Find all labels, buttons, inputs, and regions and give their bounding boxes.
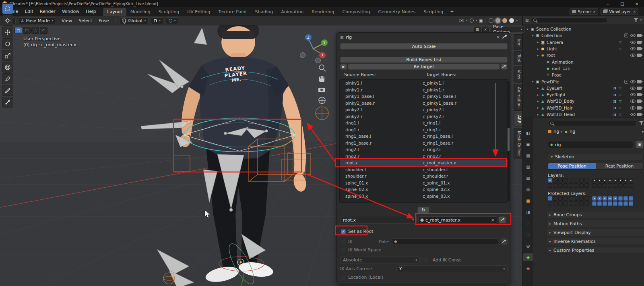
menu-window[interactable]: Window — [59, 8, 83, 15]
overlays-icon[interactable] — [470, 19, 474, 23]
hide-viewport-eye-icon[interactable] — [630, 87, 636, 90]
select-mode-box[interactable]: ⬚ — [23, 27, 31, 34]
protected-layer-cell[interactable] — [553, 201, 557, 206]
workspace-tab-rendering[interactable]: Rendering — [308, 8, 338, 16]
bone-map-row[interactable]: pinky1_base.rc_pinky1_base.r — [340, 100, 508, 107]
build-bones-list-button[interactable]: Build Bones List — [340, 57, 508, 63]
outliner-search-input[interactable] — [531, 17, 607, 23]
close-overlay-icon[interactable]: × — [482, 27, 489, 33]
protected-layer-cell[interactable] — [569, 196, 573, 201]
location-local-checkbox[interactable] — [341, 275, 346, 280]
bone-map-row[interactable]: pinky2.rc_pinky2.r — [340, 113, 508, 120]
refresh-mapping-button[interactable]: ↻ — [417, 207, 429, 213]
expander-icon[interactable]: ▸ — [536, 99, 540, 103]
viewport-menu-pose[interactable]: Pose — [95, 17, 112, 24]
bone-tool[interactable] — [2, 97, 13, 108]
properties-filter-icon[interactable] — [639, 121, 644, 125]
clear-target-icon[interactable]: × — [491, 218, 495, 223]
protected-layer-cell[interactable] — [629, 201, 633, 206]
outliner-row-wolf3d_body[interactable]: ▸▲Wolf3D_Body◨▽ — [523, 98, 644, 104]
proportional-edit-dropdown[interactable]: ▾ — [166, 17, 179, 24]
outliner-row-light[interactable]: ▸●Light▽ — [523, 46, 644, 52]
bone-map-row[interactable]: shoulder.lc_shoulder.l — [340, 166, 508, 173]
bone-map-row[interactable]: ring1_base.lc_ring1_base.l — [340, 133, 508, 140]
rotate-tool[interactable] — [2, 38, 13, 49]
menu-edit[interactable]: Edit — [21, 8, 36, 15]
protected-layer-cell[interactable] — [597, 196, 602, 201]
protected-layer-cell[interactable] — [623, 196, 628, 201]
layer-cell[interactable] — [564, 183, 568, 188]
select-mode-lasso[interactable]: ◠ — [40, 27, 47, 34]
expander-icon[interactable]: ▸ — [536, 106, 540, 110]
disable-render-camera-icon[interactable] — [637, 34, 642, 37]
disable-render-camera-icon[interactable] — [637, 54, 642, 57]
move-tool[interactable] — [2, 27, 13, 37]
section-inverse-kinematics[interactable]: ▸Inverse Kinematics — [546, 238, 644, 245]
sidebar-tab-item[interactable]: Item — [514, 34, 522, 50]
layer-cell[interactable] — [613, 183, 617, 188]
protected-layer-cell[interactable] — [592, 201, 597, 206]
tab-particles-icon[interactable]: ∴ — [523, 220, 533, 227]
expander-icon[interactable]: ▸ — [536, 54, 540, 57]
breadcrumb-object[interactable]: rig — [553, 129, 559, 134]
hide-viewport-eye-icon[interactable] — [630, 47, 636, 50]
workspace-tab-texture-paint[interactable]: Texture Paint — [215, 8, 251, 16]
outliner-row-scene-collection[interactable]: ▾▣Scene Collection — [523, 26, 644, 32]
annotate-tool[interactable] — [2, 73, 13, 84]
sidebar-tab-mesh-online[interactable]: Mesh Online — [514, 128, 522, 159]
scale-tool[interactable] — [2, 50, 13, 61]
layer-cell[interactable] — [592, 183, 597, 188]
tab-scene-icon[interactable]: ▦ — [523, 174, 533, 182]
workspace-tab-animation[interactable]: Animation — [277, 8, 308, 16]
tab-world-icon[interactable]: ◍ — [523, 186, 533, 193]
panel-eyedropper-icon[interactable] — [502, 35, 507, 39]
protected-layer-cell[interactable] — [569, 201, 573, 206]
hide-viewport-eye-icon[interactable] — [630, 54, 636, 57]
layer-cell[interactable] — [548, 178, 552, 182]
grid-toggle-icon[interactable]: ▦ — [474, 27, 481, 33]
fake-user-button[interactable]: ▣ — [636, 141, 644, 148]
section-custom-properties[interactable]: ▸Custom Properties — [546, 247, 644, 254]
layer-cell[interactable] — [569, 183, 573, 188]
protected-layer-cell[interactable] — [579, 196, 584, 201]
pose-options-dropdown[interactable]: Pose Options ▾ — [490, 26, 525, 33]
outliner-row-root[interactable]: ▸◆root — [523, 52, 644, 58]
hide-viewport-eye-icon[interactable] — [630, 34, 636, 37]
layer-cell[interactable] — [579, 183, 584, 188]
protected-layer-cell[interactable] — [618, 196, 623, 201]
target-bone-field[interactable]: c_root_master.x × — [418, 216, 497, 224]
bone-map-row[interactable]: pinky1.rc_pinky1.r — [340, 87, 508, 93]
viewport-menu-select[interactable]: Select — [75, 17, 95, 24]
viewport-menu-view[interactable]: View — [58, 17, 75, 24]
layer-cell[interactable] — [597, 178, 602, 182]
viewlayer-close-icon[interactable]: × — [633, 10, 636, 14]
layer-cell[interactable] — [597, 183, 602, 188]
layer-cell[interactable] — [608, 178, 612, 182]
layer-cell[interactable] — [584, 183, 589, 188]
expander-icon[interactable]: ▸ — [536, 86, 540, 90]
bone-map-row[interactable]: shoulder.rc_shoulder.r — [340, 173, 508, 180]
layer-cell[interactable] — [558, 183, 563, 188]
sidebar-tab-tool[interactable]: Tool — [514, 51, 522, 65]
protected-layer-cell[interactable] — [592, 196, 597, 201]
layer-cell[interactable] — [629, 183, 633, 188]
disable-render-camera-icon[interactable] — [637, 41, 642, 44]
workspace-tab-uv-editing[interactable]: UV Editing — [183, 8, 214, 16]
layer-cell[interactable] — [623, 178, 628, 182]
bone-map-row[interactable]: pinky2.lc_pinky2.l — [340, 106, 508, 113]
hide-viewport-eye-icon[interactable] — [630, 41, 636, 44]
panel-close-icon[interactable]: × — [496, 35, 500, 40]
expander-icon[interactable]: ▸ — [536, 113, 540, 116]
auto-scale-button[interactable]: Auto Scale — [340, 43, 508, 50]
protected-layer-cell[interactable] — [579, 201, 584, 206]
retarget-button[interactable]: Re-Target — [348, 64, 500, 70]
protected-layer-cell[interactable] — [584, 196, 589, 201]
hide-viewport-eye-icon[interactable] — [630, 106, 636, 110]
disable-render-camera-icon[interactable] — [637, 106, 642, 110]
protected-layer-cell[interactable] — [574, 201, 578, 206]
disable-render-camera-icon[interactable] — [637, 47, 642, 50]
protected-layer-cell[interactable] — [618, 201, 623, 206]
menu-help[interactable]: Help — [83, 8, 99, 15]
tab-modifiers-icon[interactable]: ◨ — [523, 208, 533, 216]
outliner-row-wolf3d_head[interactable]: ▸▲Wolf3D_Head◨▽ — [523, 111, 644, 118]
